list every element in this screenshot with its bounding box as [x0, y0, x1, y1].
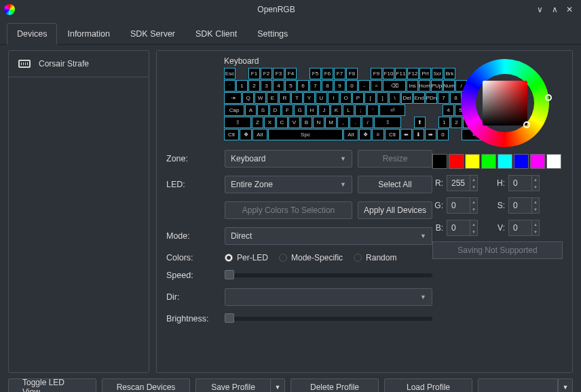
key[interactable]: 0	[346, 80, 358, 92]
hue-handle-icon[interactable]	[545, 94, 552, 101]
zone-select[interactable]: Keyboard▼	[225, 150, 352, 168]
key[interactable]: .	[350, 117, 361, 128]
key[interactable]: F12	[407, 68, 419, 79]
key[interactable]: F1	[248, 68, 260, 79]
key[interactable]: ⬅	[400, 129, 412, 140]
key[interactable]: ]	[377, 92, 388, 104]
key[interactable]: B	[301, 117, 312, 128]
key[interactable]: ⌫	[383, 80, 406, 92]
resize-button[interactable]: Resize	[358, 150, 432, 168]
key[interactable]: K	[331, 104, 342, 116]
key[interactable]	[418, 104, 430, 116]
key[interactable]: F10	[383, 68, 394, 79]
key[interactable]: 8	[322, 80, 333, 92]
key[interactable]: ❖	[240, 129, 252, 140]
key[interactable]: Alt	[343, 129, 358, 140]
key[interactable]: 3	[261, 80, 272, 92]
sv-handle-icon[interactable]	[523, 121, 530, 128]
key[interactable]: M	[325, 117, 337, 128]
key[interactable]: N	[313, 117, 324, 128]
key[interactable]: PDn	[426, 92, 437, 104]
profile-select[interactable]: ▼	[478, 378, 573, 392]
apply-all-button[interactable]: Apply All Devices	[358, 201, 432, 219]
key[interactable]	[430, 104, 442, 116]
device-item[interactable]: Corsair Strafe	[9, 51, 149, 77]
close-button[interactable]: ✕	[562, 2, 577, 17]
dir-select[interactable]: ▼	[225, 288, 432, 306]
swatch[interactable]	[481, 154, 496, 169]
key[interactable]	[297, 68, 309, 79]
key[interactable]: ⏎	[379, 104, 405, 116]
save-profile-button[interactable]: Save Profile	[195, 378, 270, 392]
key[interactable]: F3	[273, 68, 284, 79]
key[interactable]: Ctl	[224, 129, 239, 140]
apply-selection-button[interactable]: Apply Colors To Selection	[225, 201, 352, 219]
led-select[interactable]: Entire Zone▼	[225, 176, 352, 193]
key[interactable]: F6	[322, 68, 333, 79]
profile-select-dropdown[interactable]: ▼	[558, 378, 573, 392]
key[interactable]: X	[264, 117, 276, 128]
key[interactable]: F9	[371, 68, 382, 79]
key[interactable]: F7	[334, 68, 345, 79]
key[interactable]: P	[352, 92, 364, 104]
delete-profile-button[interactable]: Delete Profile	[290, 378, 379, 392]
key[interactable]: 6	[297, 80, 309, 92]
tab-sdk-client[interactable]: SDK Client	[185, 23, 247, 44]
rescan-devices-button[interactable]: Rescan Devices	[102, 378, 190, 392]
key[interactable]: C	[276, 117, 288, 128]
key[interactable]: Prt	[419, 68, 431, 79]
key[interactable]: F11	[395, 68, 407, 79]
color-wheel[interactable]	[461, 59, 549, 147]
key[interactable]: Esc	[224, 68, 236, 79]
select-all-button[interactable]: Select All	[358, 176, 432, 193]
key[interactable]: A	[245, 104, 257, 116]
key[interactable]: 1	[236, 80, 248, 92]
speed-slider[interactable]	[225, 273, 432, 277]
key[interactable]	[426, 117, 438, 128]
tab-settings[interactable]: Settings	[247, 23, 298, 44]
mode-select[interactable]: Direct▼	[225, 227, 432, 245]
key[interactable]: S	[257, 104, 269, 116]
swatch[interactable]	[498, 154, 512, 169]
key[interactable]	[236, 68, 248, 79]
key[interactable]: Del	[401, 92, 413, 104]
key[interactable]: F5	[310, 68, 321, 79]
key[interactable]: Ins	[407, 80, 418, 92]
key[interactable]: 9	[334, 80, 345, 92]
tab-sdk-server[interactable]: SDK Server	[120, 23, 185, 44]
key[interactable]: Spc	[268, 129, 343, 140]
key[interactable]: -	[358, 80, 370, 92]
key[interactable]: F	[282, 104, 293, 116]
key[interactable]: L	[343, 104, 354, 116]
key[interactable]: Z	[252, 117, 263, 128]
key[interactable]: T	[291, 92, 303, 104]
key[interactable]: 7	[310, 80, 321, 92]
swatch[interactable]	[530, 154, 545, 169]
key[interactable]: E	[267, 92, 278, 104]
key[interactable]: G	[294, 104, 305, 116]
s-input[interactable]: 0▲▼	[508, 197, 540, 214]
key[interactable]: ;	[355, 104, 367, 116]
swatch[interactable]	[514, 154, 529, 169]
key[interactable]: Scr	[432, 68, 443, 79]
key[interactable]: Y	[303, 92, 315, 104]
key[interactable]: `	[224, 80, 236, 92]
key[interactable]: Q	[242, 92, 254, 104]
toggle-led-view-button[interactable]: Toggle LED View	[8, 378, 96, 392]
key[interactable]	[358, 68, 370, 79]
key[interactable]: Ctl	[385, 129, 400, 140]
tab-information[interactable]: Information	[57, 23, 120, 44]
swatch[interactable]	[449, 154, 464, 169]
g-input[interactable]: 0▲▼	[447, 197, 478, 214]
key[interactable]: ❖	[359, 129, 371, 140]
tab-devices[interactable]: Devices	[7, 23, 57, 45]
key[interactable]: F8	[346, 68, 358, 79]
key[interactable]: ⇧	[224, 117, 251, 128]
key[interactable]: /	[362, 117, 373, 128]
key[interactable]: ⬇	[413, 129, 424, 140]
brightness-slider[interactable]	[225, 317, 432, 321]
key[interactable]: ➡	[425, 129, 436, 140]
key[interactable]: \	[389, 92, 400, 104]
r-input[interactable]: 255▲▼	[447, 175, 478, 191]
key[interactable]: H	[306, 104, 318, 116]
